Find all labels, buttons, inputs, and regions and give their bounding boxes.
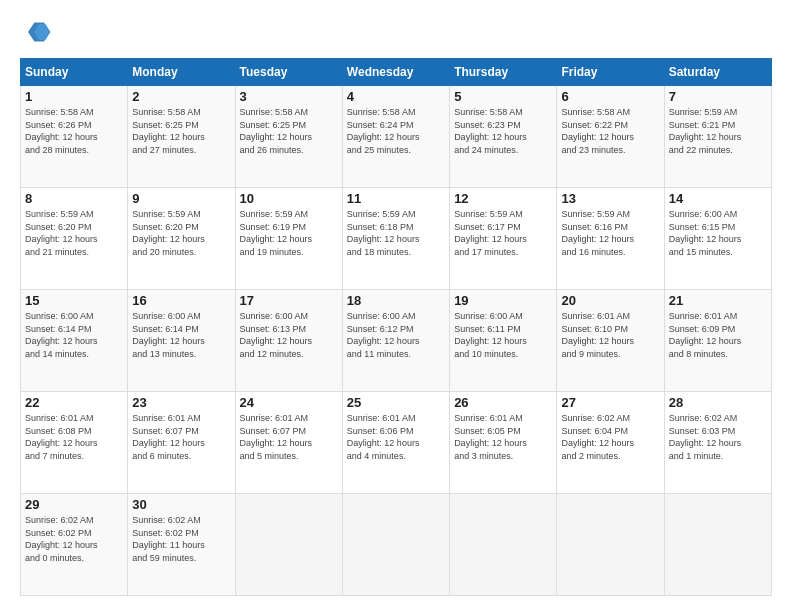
day-number: 14 [669, 191, 767, 206]
calendar-cell: 9Sunrise: 5:59 AM Sunset: 6:20 PM Daylig… [128, 188, 235, 290]
day-info: Sunrise: 5:58 AM Sunset: 6:25 PM Dayligh… [132, 106, 230, 156]
day-info: Sunrise: 6:01 AM Sunset: 6:07 PM Dayligh… [240, 412, 338, 462]
calendar-cell: 29Sunrise: 6:02 AM Sunset: 6:02 PM Dayli… [21, 494, 128, 596]
day-info: Sunrise: 6:00 AM Sunset: 6:14 PM Dayligh… [132, 310, 230, 360]
day-info: Sunrise: 6:02 AM Sunset: 6:02 PM Dayligh… [132, 514, 230, 564]
day-info: Sunrise: 6:00 AM Sunset: 6:15 PM Dayligh… [669, 208, 767, 258]
day-info: Sunrise: 6:01 AM Sunset: 6:09 PM Dayligh… [669, 310, 767, 360]
calendar-cell [450, 494, 557, 596]
logo-icon [20, 16, 52, 48]
day-number: 8 [25, 191, 123, 206]
calendar-cell: 25Sunrise: 6:01 AM Sunset: 6:06 PM Dayli… [342, 392, 449, 494]
day-number: 20 [561, 293, 659, 308]
day-number: 11 [347, 191, 445, 206]
calendar-cell: 28Sunrise: 6:02 AM Sunset: 6:03 PM Dayli… [664, 392, 771, 494]
calendar-cell: 15Sunrise: 6:00 AM Sunset: 6:14 PM Dayli… [21, 290, 128, 392]
calendar-cell: 8Sunrise: 5:59 AM Sunset: 6:20 PM Daylig… [21, 188, 128, 290]
calendar-cell: 20Sunrise: 6:01 AM Sunset: 6:10 PM Dayli… [557, 290, 664, 392]
day-info: Sunrise: 5:59 AM Sunset: 6:21 PM Dayligh… [669, 106, 767, 156]
calendar-cell: 5Sunrise: 5:58 AM Sunset: 6:23 PM Daylig… [450, 86, 557, 188]
day-number: 5 [454, 89, 552, 104]
day-info: Sunrise: 5:59 AM Sunset: 6:16 PM Dayligh… [561, 208, 659, 258]
calendar-cell: 30Sunrise: 6:02 AM Sunset: 6:02 PM Dayli… [128, 494, 235, 596]
day-info: Sunrise: 6:01 AM Sunset: 6:07 PM Dayligh… [132, 412, 230, 462]
calendar-week-3: 15Sunrise: 6:00 AM Sunset: 6:14 PM Dayli… [21, 290, 772, 392]
day-number: 30 [132, 497, 230, 512]
logo [20, 16, 56, 48]
calendar-cell [235, 494, 342, 596]
day-info: Sunrise: 6:00 AM Sunset: 6:13 PM Dayligh… [240, 310, 338, 360]
calendar-header-friday: Friday [557, 59, 664, 86]
calendar-cell: 17Sunrise: 6:00 AM Sunset: 6:13 PM Dayli… [235, 290, 342, 392]
calendar-cell: 23Sunrise: 6:01 AM Sunset: 6:07 PM Dayli… [128, 392, 235, 494]
calendar-header-wednesday: Wednesday [342, 59, 449, 86]
day-number: 28 [669, 395, 767, 410]
calendar-cell: 24Sunrise: 6:01 AM Sunset: 6:07 PM Dayli… [235, 392, 342, 494]
calendar-cell [342, 494, 449, 596]
calendar-cell: 4Sunrise: 5:58 AM Sunset: 6:24 PM Daylig… [342, 86, 449, 188]
day-number: 9 [132, 191, 230, 206]
calendar-cell: 11Sunrise: 5:59 AM Sunset: 6:18 PM Dayli… [342, 188, 449, 290]
calendar-table: SundayMondayTuesdayWednesdayThursdayFrid… [20, 58, 772, 596]
calendar-cell: 26Sunrise: 6:01 AM Sunset: 6:05 PM Dayli… [450, 392, 557, 494]
day-number: 16 [132, 293, 230, 308]
day-info: Sunrise: 6:00 AM Sunset: 6:14 PM Dayligh… [25, 310, 123, 360]
day-number: 12 [454, 191, 552, 206]
day-number: 6 [561, 89, 659, 104]
day-number: 26 [454, 395, 552, 410]
calendar-cell: 2Sunrise: 5:58 AM Sunset: 6:25 PM Daylig… [128, 86, 235, 188]
day-number: 4 [347, 89, 445, 104]
calendar-cell: 1Sunrise: 5:58 AM Sunset: 6:26 PM Daylig… [21, 86, 128, 188]
calendar-cell: 16Sunrise: 6:00 AM Sunset: 6:14 PM Dayli… [128, 290, 235, 392]
day-info: Sunrise: 5:59 AM Sunset: 6:19 PM Dayligh… [240, 208, 338, 258]
calendar-cell [557, 494, 664, 596]
calendar-cell: 12Sunrise: 5:59 AM Sunset: 6:17 PM Dayli… [450, 188, 557, 290]
calendar-header-saturday: Saturday [664, 59, 771, 86]
calendar-cell: 18Sunrise: 6:00 AM Sunset: 6:12 PM Dayli… [342, 290, 449, 392]
calendar-cell: 6Sunrise: 5:58 AM Sunset: 6:22 PM Daylig… [557, 86, 664, 188]
day-number: 1 [25, 89, 123, 104]
day-number: 24 [240, 395, 338, 410]
day-number: 13 [561, 191, 659, 206]
calendar-cell: 22Sunrise: 6:01 AM Sunset: 6:08 PM Dayli… [21, 392, 128, 494]
day-info: Sunrise: 5:59 AM Sunset: 6:20 PM Dayligh… [132, 208, 230, 258]
calendar-cell: 3Sunrise: 5:58 AM Sunset: 6:25 PM Daylig… [235, 86, 342, 188]
calendar-week-5: 29Sunrise: 6:02 AM Sunset: 6:02 PM Dayli… [21, 494, 772, 596]
day-info: Sunrise: 6:00 AM Sunset: 6:12 PM Dayligh… [347, 310, 445, 360]
day-info: Sunrise: 5:58 AM Sunset: 6:22 PM Dayligh… [561, 106, 659, 156]
day-number: 17 [240, 293, 338, 308]
day-number: 19 [454, 293, 552, 308]
day-number: 10 [240, 191, 338, 206]
day-info: Sunrise: 6:00 AM Sunset: 6:11 PM Dayligh… [454, 310, 552, 360]
calendar-week-4: 22Sunrise: 6:01 AM Sunset: 6:08 PM Dayli… [21, 392, 772, 494]
day-number: 18 [347, 293, 445, 308]
calendar-week-2: 8Sunrise: 5:59 AM Sunset: 6:20 PM Daylig… [21, 188, 772, 290]
calendar-cell: 21Sunrise: 6:01 AM Sunset: 6:09 PM Dayli… [664, 290, 771, 392]
day-info: Sunrise: 5:59 AM Sunset: 6:20 PM Dayligh… [25, 208, 123, 258]
calendar-cell [664, 494, 771, 596]
calendar-cell: 10Sunrise: 5:59 AM Sunset: 6:19 PM Dayli… [235, 188, 342, 290]
calendar-cell: 14Sunrise: 6:00 AM Sunset: 6:15 PM Dayli… [664, 188, 771, 290]
calendar-week-1: 1Sunrise: 5:58 AM Sunset: 6:26 PM Daylig… [21, 86, 772, 188]
calendar-cell: 7Sunrise: 5:59 AM Sunset: 6:21 PM Daylig… [664, 86, 771, 188]
day-info: Sunrise: 6:02 AM Sunset: 6:03 PM Dayligh… [669, 412, 767, 462]
day-number: 15 [25, 293, 123, 308]
day-number: 23 [132, 395, 230, 410]
day-info: Sunrise: 6:01 AM Sunset: 6:08 PM Dayligh… [25, 412, 123, 462]
day-number: 3 [240, 89, 338, 104]
day-number: 21 [669, 293, 767, 308]
day-number: 2 [132, 89, 230, 104]
header [20, 16, 772, 48]
day-info: Sunrise: 6:01 AM Sunset: 6:05 PM Dayligh… [454, 412, 552, 462]
day-info: Sunrise: 6:02 AM Sunset: 6:04 PM Dayligh… [561, 412, 659, 462]
calendar-header-tuesday: Tuesday [235, 59, 342, 86]
calendar-cell: 19Sunrise: 6:00 AM Sunset: 6:11 PM Dayli… [450, 290, 557, 392]
day-info: Sunrise: 5:58 AM Sunset: 6:26 PM Dayligh… [25, 106, 123, 156]
day-number: 7 [669, 89, 767, 104]
day-number: 27 [561, 395, 659, 410]
calendar-header-monday: Monday [128, 59, 235, 86]
day-number: 29 [25, 497, 123, 512]
day-number: 25 [347, 395, 445, 410]
day-number: 22 [25, 395, 123, 410]
calendar-header-sunday: Sunday [21, 59, 128, 86]
